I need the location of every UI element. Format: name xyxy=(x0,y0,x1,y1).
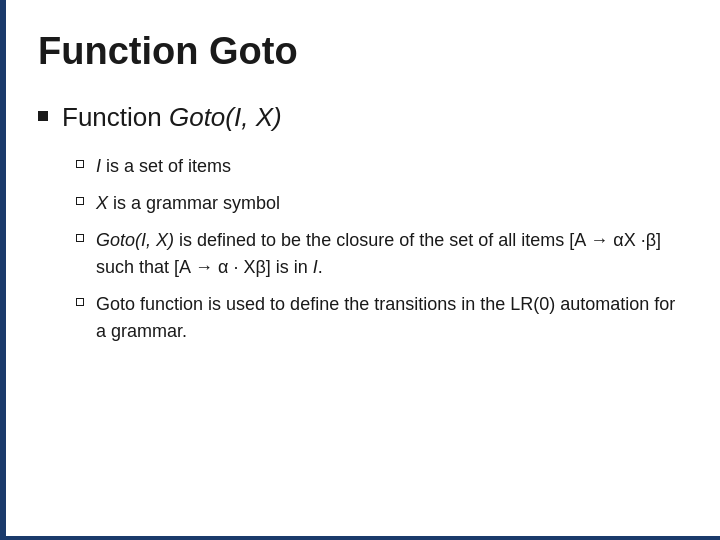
main-bullet: Function Goto(I, X) xyxy=(38,101,680,135)
sub-bullet-2-marker xyxy=(76,197,84,205)
main-bullet-italic: Goto(I, X) xyxy=(169,102,282,132)
sub-bullet-1-text: I is a set of items xyxy=(96,153,231,180)
sub-bullet-4: Goto function is used to define the tran… xyxy=(76,291,680,345)
sub-bullet-3-marker xyxy=(76,234,84,242)
content-area: Function Goto(I, X) I is a set of items … xyxy=(38,101,680,345)
sub-bullet-2: X is a grammar symbol xyxy=(76,190,680,217)
main-bullet-marker xyxy=(38,111,48,121)
sub-bullet-1: I is a set of items xyxy=(76,153,680,180)
sub-bullet-1-marker xyxy=(76,160,84,168)
slide-title: Function Goto xyxy=(38,30,680,73)
slide: Function Goto Function Goto(I, X) I is a… xyxy=(0,0,720,540)
main-bullet-text: Function Goto(I, X) xyxy=(62,101,282,135)
bottom-border-decoration xyxy=(0,536,720,540)
main-bullet-prefix: Function xyxy=(62,102,169,132)
sub-bullet-4-marker xyxy=(76,298,84,306)
sub-bullets-list: I is a set of items X is a grammar symbo… xyxy=(76,153,680,345)
sub-bullet-4-text: Goto function is used to define the tran… xyxy=(96,291,680,345)
sub-bullet-3: Goto(I, X) is defined to be the closure … xyxy=(76,227,680,281)
sub-bullet-3-text: Goto(I, X) is defined to be the closure … xyxy=(96,227,680,281)
left-border-decoration xyxy=(0,0,6,540)
sub-bullet-2-text: X is a grammar symbol xyxy=(96,190,280,217)
